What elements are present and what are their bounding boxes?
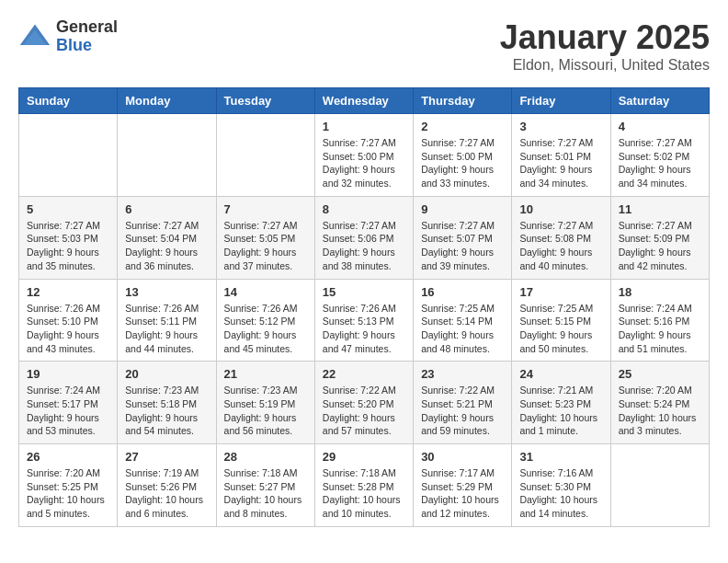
calendar-day-cell: 2Sunrise: 7:27 AM Sunset: 5:00 PM Daylig… [414, 114, 512, 197]
day-info: Sunrise: 7:18 AM Sunset: 5:27 PM Dayligh… [224, 466, 307, 521]
day-number: 27 [125, 450, 208, 464]
logo-blue: Blue [56, 37, 118, 55]
calendar-day-cell: 17Sunrise: 7:25 AM Sunset: 5:15 PM Dayli… [512, 279, 610, 362]
day-info: Sunrise: 7:23 AM Sunset: 5:19 PM Dayligh… [224, 384, 307, 438]
day-number: 6 [125, 202, 208, 216]
calendar-day-cell: 26Sunrise: 7:20 AM Sunset: 5:25 PM Dayli… [19, 444, 118, 527]
day-number: 8 [323, 202, 405, 216]
day-number: 11 [619, 202, 701, 216]
calendar-day-cell: 7Sunrise: 7:27 AM Sunset: 5:05 PM Daylig… [216, 196, 314, 279]
day-number: 14 [224, 285, 307, 299]
logo: General Blue [18, 18, 118, 55]
day-number: 25 [619, 367, 701, 381]
calendar-day-cell: 4Sunrise: 7:27 AM Sunset: 5:02 PM Daylig… [610, 114, 709, 197]
calendar-day-cell: 16Sunrise: 7:25 AM Sunset: 5:14 PM Dayli… [414, 279, 512, 362]
day-info: Sunrise: 7:20 AM Sunset: 5:25 PM Dayligh… [27, 466, 109, 521]
calendar-day-cell: 30Sunrise: 7:17 AM Sunset: 5:29 PM Dayli… [414, 444, 512, 527]
calendar-day-cell: 22Sunrise: 7:22 AM Sunset: 5:20 PM Dayli… [314, 362, 413, 444]
calendar-day-cell: 28Sunrise: 7:18 AM Sunset: 5:27 PM Dayli… [216, 444, 314, 527]
day-info: Sunrise: 7:27 AM Sunset: 5:01 PM Dayligh… [519, 136, 602, 190]
title-block: January 2025 Eldon, Missouri, United Sta… [500, 18, 710, 74]
logo-icon [18, 20, 51, 53]
day-number: 12 [27, 285, 109, 299]
day-info: Sunrise: 7:16 AM Sunset: 5:30 PM Dayligh… [519, 466, 602, 521]
logo-general: General [56, 18, 118, 37]
day-number: 1 [323, 120, 405, 133]
calendar-week-row: 5Sunrise: 7:27 AM Sunset: 5:03 PM Daylig… [19, 196, 710, 279]
weekday-header: Sunday [19, 88, 118, 114]
day-info: Sunrise: 7:22 AM Sunset: 5:21 PM Dayligh… [421, 384, 504, 438]
day-number: 21 [224, 367, 307, 381]
calendar-day-cell: 3Sunrise: 7:27 AM Sunset: 5:01 PM Daylig… [512, 114, 610, 197]
day-info: Sunrise: 7:26 AM Sunset: 5:12 PM Dayligh… [224, 302, 307, 356]
weekday-header: Saturday [610, 88, 709, 114]
day-number: 20 [125, 367, 208, 381]
calendar-day-cell: 9Sunrise: 7:27 AM Sunset: 5:07 PM Daylig… [414, 196, 512, 279]
day-number: 29 [323, 450, 405, 464]
day-info: Sunrise: 7:27 AM Sunset: 5:08 PM Dayligh… [519, 219, 602, 273]
calendar-week-row: 1Sunrise: 7:27 AM Sunset: 5:00 PM Daylig… [19, 114, 710, 197]
day-info: Sunrise: 7:25 AM Sunset: 5:14 PM Dayligh… [421, 302, 504, 356]
day-number: 22 [323, 367, 405, 381]
day-info: Sunrise: 7:18 AM Sunset: 5:28 PM Dayligh… [323, 466, 405, 521]
weekday-header-row: SundayMondayTuesdayWednesdayThursdayFrid… [19, 88, 710, 114]
day-info: Sunrise: 7:26 AM Sunset: 5:11 PM Dayligh… [125, 302, 208, 356]
calendar-day-cell: 25Sunrise: 7:20 AM Sunset: 5:24 PM Dayli… [610, 362, 709, 444]
location: Eldon, Missouri, United States [500, 57, 710, 74]
calendar-week-row: 12Sunrise: 7:26 AM Sunset: 5:10 PM Dayli… [19, 279, 710, 362]
calendar-empty-cell [19, 114, 118, 197]
page-header: General Blue January 2025 Eldon, Missour… [18, 18, 710, 74]
day-number: 9 [421, 202, 504, 216]
day-info: Sunrise: 7:21 AM Sunset: 5:23 PM Dayligh… [519, 384, 602, 438]
calendar-day-cell: 10Sunrise: 7:27 AM Sunset: 5:08 PM Dayli… [512, 196, 610, 279]
day-info: Sunrise: 7:27 AM Sunset: 5:03 PM Dayligh… [27, 219, 109, 273]
logo-text: General Blue [56, 18, 118, 55]
calendar-day-cell: 6Sunrise: 7:27 AM Sunset: 5:04 PM Daylig… [118, 196, 216, 279]
day-info: Sunrise: 7:27 AM Sunset: 5:05 PM Dayligh… [224, 219, 307, 273]
day-number: 17 [519, 285, 602, 299]
day-info: Sunrise: 7:17 AM Sunset: 5:29 PM Dayligh… [421, 466, 504, 521]
day-info: Sunrise: 7:26 AM Sunset: 5:13 PM Dayligh… [323, 302, 405, 356]
day-number: 10 [519, 202, 602, 216]
calendar-day-cell: 20Sunrise: 7:23 AM Sunset: 5:18 PM Dayli… [118, 362, 216, 444]
day-number: 4 [619, 120, 701, 133]
weekday-header: Wednesday [314, 88, 413, 114]
day-info: Sunrise: 7:27 AM Sunset: 5:06 PM Dayligh… [323, 219, 405, 273]
weekday-header: Thursday [414, 88, 512, 114]
day-number: 15 [323, 285, 405, 299]
calendar-empty-cell [610, 444, 709, 527]
day-number: 30 [421, 450, 504, 464]
day-number: 23 [421, 367, 504, 381]
calendar-day-cell: 21Sunrise: 7:23 AM Sunset: 5:19 PM Dayli… [216, 362, 314, 444]
day-number: 19 [27, 367, 109, 381]
day-info: Sunrise: 7:24 AM Sunset: 5:17 PM Dayligh… [27, 384, 109, 438]
day-number: 5 [27, 202, 109, 216]
day-info: Sunrise: 7:26 AM Sunset: 5:10 PM Dayligh… [27, 302, 109, 356]
calendar-day-cell: 19Sunrise: 7:24 AM Sunset: 5:17 PM Dayli… [19, 362, 118, 444]
day-number: 2 [421, 120, 504, 133]
day-number: 7 [224, 202, 307, 216]
month-title: January 2025 [500, 18, 710, 57]
day-info: Sunrise: 7:24 AM Sunset: 5:16 PM Dayligh… [619, 302, 701, 356]
calendar-empty-cell [216, 114, 314, 197]
weekday-header: Monday [118, 88, 216, 114]
day-info: Sunrise: 7:27 AM Sunset: 5:07 PM Dayligh… [421, 219, 504, 273]
day-number: 18 [619, 285, 701, 299]
day-info: Sunrise: 7:27 AM Sunset: 5:00 PM Dayligh… [323, 136, 405, 190]
calendar-day-cell: 29Sunrise: 7:18 AM Sunset: 5:28 PM Dayli… [314, 444, 413, 527]
day-number: 13 [125, 285, 208, 299]
day-number: 16 [421, 285, 504, 299]
day-number: 24 [519, 367, 602, 381]
day-number: 3 [519, 120, 602, 133]
day-info: Sunrise: 7:20 AM Sunset: 5:24 PM Dayligh… [619, 384, 701, 438]
calendar-day-cell: 13Sunrise: 7:26 AM Sunset: 5:11 PM Dayli… [118, 279, 216, 362]
day-info: Sunrise: 7:27 AM Sunset: 5:02 PM Dayligh… [619, 136, 701, 190]
day-info: Sunrise: 7:27 AM Sunset: 5:00 PM Dayligh… [421, 136, 504, 190]
calendar-day-cell: 11Sunrise: 7:27 AM Sunset: 5:09 PM Dayli… [610, 196, 709, 279]
calendar-day-cell: 23Sunrise: 7:22 AM Sunset: 5:21 PM Dayli… [414, 362, 512, 444]
calendar-day-cell: 1Sunrise: 7:27 AM Sunset: 5:00 PM Daylig… [314, 114, 413, 197]
day-info: Sunrise: 7:19 AM Sunset: 5:26 PM Dayligh… [125, 466, 208, 521]
day-info: Sunrise: 7:23 AM Sunset: 5:18 PM Dayligh… [125, 384, 208, 438]
day-number: 31 [519, 450, 602, 464]
calendar-day-cell: 15Sunrise: 7:26 AM Sunset: 5:13 PM Dayli… [314, 279, 413, 362]
